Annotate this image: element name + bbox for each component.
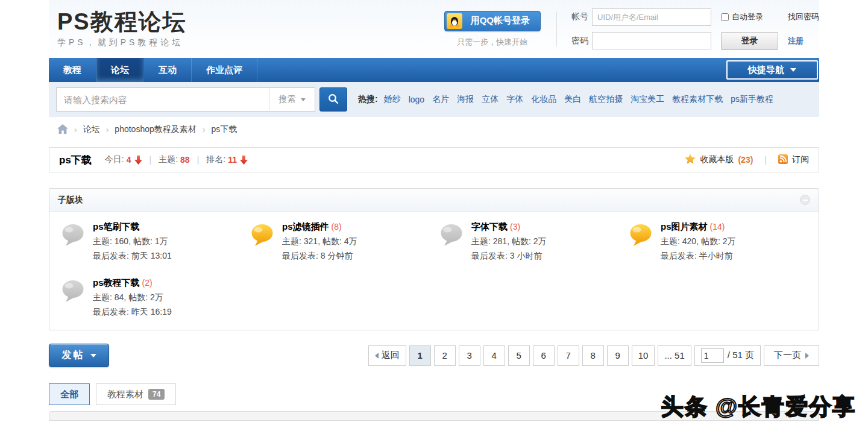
breadcrumb-link-current[interactable]: ps下载: [211, 124, 237, 135]
pagination-page-3[interactable]: 3: [459, 345, 480, 366]
rss-icon[interactable]: [778, 154, 788, 166]
new-post-button[interactable]: 发帖: [49, 344, 109, 367]
pagination-page-7[interactable]: 7: [558, 345, 579, 366]
main-nav: 教程 论坛 互动 作业点评 快捷导航: [49, 58, 819, 82]
stat-threads: 主题: 88: [159, 154, 189, 165]
subforum-ps-filters[interactable]: ps滤镜插件(8) 主题: 321, 帖数: 4万 最后发表: 8 分钟前: [245, 221, 434, 262]
nav-item-tutorials[interactable]: 教程: [49, 58, 96, 82]
hot-search-label: 热搜:: [358, 94, 378, 105]
login-button[interactable]: 登录: [721, 32, 778, 50]
favorite-forum-link[interactable]: 收藏本版: [700, 154, 734, 165]
hot-link[interactable]: 淘宝美工: [631, 94, 664, 105]
subforums-grid: ps笔刷下载 主题: 160, 帖数: 1万 最后发表: 前天 13:01 ps…: [49, 212, 819, 330]
star-icon: [685, 154, 696, 166]
tab-all[interactable]: 全部: [49, 383, 90, 405]
auto-login-checkbox[interactable]: [721, 13, 729, 21]
quick-nav-dropdown[interactable]: 快捷导航: [726, 60, 818, 80]
hot-link[interactable]: 美白: [564, 94, 581, 105]
breadcrumb-link-category[interactable]: photoshop教程及素材: [115, 124, 196, 135]
subforums-section: 子版块 ps笔刷下载 主题: 160, 帖数: 1万 最后发表: 前天 13:0…: [49, 188, 819, 330]
pagination: 返回 1 2 3 4 5 6 7 8 9 10 ... 51 / 51 页 下一…: [368, 345, 819, 366]
hot-link[interactable]: 教程素材下载: [672, 94, 723, 105]
pagination-page-6[interactable]: 6: [533, 345, 555, 366]
password-input[interactable]: [592, 32, 711, 49]
nav-item-homework[interactable]: 作业点评: [192, 58, 257, 82]
down-trend-icon: [240, 156, 248, 165]
logo-tagline: 学PS，就到PS教程论坛: [57, 37, 187, 48]
search-button[interactable]: [319, 87, 347, 112]
page-jump-input[interactable]: [701, 348, 724, 363]
nav-item-forum[interactable]: 论坛: [96, 58, 144, 82]
subforum-stats: 主题: 84, 帖数: 2万: [93, 292, 172, 303]
new-post-label: 发帖: [62, 349, 85, 362]
qq-login-button[interactable]: 用QQ帐号登录: [444, 11, 541, 31]
subforum-last-post: 最后发表: 前天 13:01: [93, 251, 172, 262]
qq-login-label: 用QQ帐号登录: [462, 15, 538, 27]
collapse-icon[interactable]: [800, 195, 810, 205]
hot-link[interactable]: 立体: [482, 94, 498, 105]
hot-link[interactable]: 字体: [506, 94, 523, 105]
subforum-fonts[interactable]: 字体下载(3) 主题: 281, 帖数: 2万 最后发表: 3 小时前: [434, 221, 623, 262]
pagination-page-1[interactable]: 1: [409, 345, 431, 366]
tab-all-label: 全部: [60, 389, 78, 400]
pagination-back-button[interactable]: 返回: [368, 345, 406, 366]
subforum-new-count: (14): [710, 222, 725, 231]
speech-bubble-icon: [628, 222, 655, 262]
pagination-next-button[interactable]: 下一页: [764, 345, 819, 366]
pagination-page-9[interactable]: 9: [607, 345, 629, 366]
qq-penguin-icon: [447, 13, 462, 29]
search-input[interactable]: [57, 89, 269, 110]
stat-today: 今日: 4: [105, 154, 142, 165]
site-header: PS教程论坛 学PS，就到PS教程论坛 用QQ帐号登录 只需一步，快速开始: [49, 0, 819, 58]
subforum-name[interactable]: ps图片素材: [661, 221, 708, 231]
subforum-name[interactable]: ps笔刷下载: [93, 221, 140, 231]
account-label: 帐号: [571, 11, 588, 22]
register-link[interactable]: 注册: [788, 36, 804, 46]
stat-divider: |: [197, 155, 200, 165]
stat-today-value: 4: [127, 155, 131, 165]
subforum-last-post: 最后发表: 8 分钟前: [282, 251, 357, 262]
pagination-page-8[interactable]: 8: [582, 345, 604, 366]
subforum-name[interactable]: 字体下载: [471, 221, 508, 231]
subforum-ps-brushes[interactable]: ps笔刷下载 主题: 160, 帖数: 1万 最后发表: 前天 13:01: [55, 221, 245, 262]
hot-link[interactable]: logo: [409, 95, 424, 104]
subforum-ps-images[interactable]: ps图片素材(14) 主题: 420, 帖数: 2万 最后发表: 半小时前: [623, 221, 813, 262]
forum-title: ps下载: [59, 153, 92, 167]
pagination-page-10[interactable]: 10: [632, 345, 655, 366]
pagination-page-2[interactable]: 2: [434, 345, 456, 366]
nav-item-interact[interactable]: 互动: [144, 58, 192, 82]
breadcrumb-link-forum[interactable]: 论坛: [83, 124, 100, 135]
auto-login-toggle[interactable]: 自动登录: [721, 11, 763, 22]
subforum-name[interactable]: ps教程下载: [93, 277, 140, 288]
hot-link[interactable]: 名片: [432, 94, 449, 105]
home-icon[interactable]: [57, 124, 68, 136]
site-logo[interactable]: PS教程论坛 学PS，就到PS教程论坛: [57, 10, 187, 48]
page-total-label: / 51 页: [728, 350, 754, 361]
pagination-page-5[interactable]: 5: [508, 345, 530, 366]
hot-link[interactable]: 海报: [457, 94, 474, 105]
subscribe-link[interactable]: 订阅: [792, 154, 809, 165]
auto-login-label: 自动登录: [732, 11, 763, 22]
subforum-last-post: 最后发表: 昨天 16:19: [93, 307, 172, 318]
speech-bubble-icon: [250, 222, 276, 262]
subforum-stats: 主题: 281, 帖数: 2万: [471, 236, 546, 247]
hot-link[interactable]: 化妆品: [531, 94, 556, 105]
search-type-dropdown[interactable]: 搜索: [269, 87, 315, 112]
subforums-title: 子版块: [58, 195, 83, 206]
tab-tutorial-material[interactable]: 教程素材 74: [96, 383, 176, 405]
account-input[interactable]: [592, 8, 711, 26]
hot-link[interactable]: ps新手教程: [731, 94, 773, 105]
hot-link[interactable]: 航空拍摄: [589, 94, 623, 105]
hot-link[interactable]: 婚纱: [384, 94, 401, 105]
subforum-new-count: (8): [332, 222, 342, 231]
pagination-last-page[interactable]: ... 51: [658, 345, 691, 366]
subforum-ps-tutorials[interactable]: ps教程下载(2) 主题: 84, 帖数: 2万 最后发表: 昨天 16:19: [55, 277, 245, 318]
back-arrow-icon: [375, 353, 379, 359]
forgot-password-link[interactable]: 找回密码: [788, 11, 819, 22]
login-form: 帐号 自动登录 找回密码 密码 登录 注册: [571, 8, 819, 50]
subforum-stats: 主题: 420, 帖数: 2万: [661, 236, 735, 247]
pagination-page-4[interactable]: 4: [483, 345, 505, 366]
subforum-name[interactable]: ps滤镜插件: [282, 221, 329, 231]
search-type-label: 搜索: [279, 94, 296, 105]
subforum-last-post: 最后发表: 半小时前: [661, 251, 735, 262]
